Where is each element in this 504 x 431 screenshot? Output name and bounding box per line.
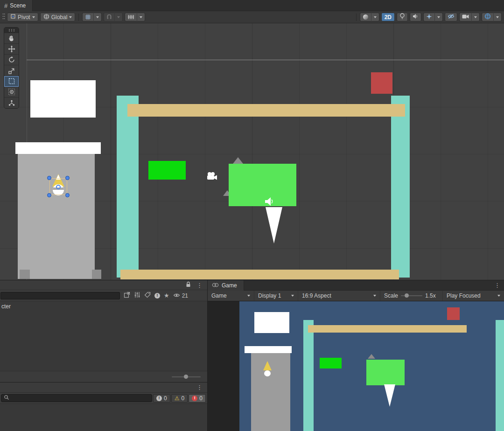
game-character-head <box>264 370 271 376</box>
scene-gray-spike[interactable] <box>233 157 243 164</box>
game-white-sign <box>254 312 289 333</box>
mixer-filter-icon[interactable] <box>134 292 140 299</box>
gizmos-dropdown[interactable] <box>494 13 502 21</box>
shading-mode-button[interactable] <box>360 13 371 21</box>
scale-tool[interactable] <box>4 65 19 76</box>
selection-handle[interactable] <box>47 176 51 180</box>
game-view-menu-icon[interactable]: ⋮ <box>494 282 504 288</box>
grid-line <box>299 23 300 280</box>
game-tab-label: Game <box>222 282 237 289</box>
scene-lighting-toggle[interactable] <box>397 13 408 21</box>
aspect-ratio-dropdown[interactable]: 16:9 Aspect <box>298 291 380 301</box>
tool-settings-grip-icon[interactable] <box>2 13 5 21</box>
move-tool[interactable] <box>4 44 19 55</box>
scene-camera-settings-button[interactable] <box>459 13 472 21</box>
snap-increment-button[interactable] <box>125 13 137 21</box>
selection-handle[interactable] <box>47 193 51 197</box>
chevron-down-icon <box>69 16 72 18</box>
selection-handle[interactable] <box>65 176 70 180</box>
info-count: 0 <box>164 395 167 402</box>
custom-tool[interactable] <box>4 97 19 108</box>
global-dropdown[interactable]: Global <box>40 13 76 21</box>
item-row[interactable]: cter <box>0 301 207 311</box>
snap-toggle-button[interactable] <box>104 13 115 21</box>
scene-visibility-toggle[interactable] <box>445 13 457 21</box>
scene-character-sprite[interactable] <box>49 178 67 195</box>
play-focused-dropdown[interactable]: Play Focused <box>443 291 504 301</box>
scene-camera-dropdown[interactable] <box>472 13 480 21</box>
console-search-input[interactable] <box>11 396 149 401</box>
scale-slider[interactable] <box>401 295 422 296</box>
game-view-dropdown-label: Game <box>211 292 227 299</box>
lock-icon[interactable] <box>186 281 191 289</box>
2d-label: 2D <box>385 14 392 21</box>
console-menu-icon[interactable]: ⋮ <box>196 384 203 390</box>
info-count-button[interactable]: ! 0 <box>153 394 170 403</box>
scene-platform-cap[interactable] <box>15 142 101 154</box>
scene-white-sign[interactable] <box>30 80 96 118</box>
2d-mode-toggle[interactable]: 2D <box>381 13 395 21</box>
scene-white-cone[interactable] <box>266 207 282 243</box>
left-panel-header: ⋮ <box>0 280 207 290</box>
alert-icon[interactable]: ! <box>154 293 160 299</box>
gizmo-globe-icon <box>484 13 491 21</box>
pivot-dropdown[interactable]: Pivot <box>7 13 38 21</box>
console-content[interactable] <box>0 404 207 431</box>
camera-gizmo-icon[interactable] <box>206 172 218 182</box>
transform-tool[interactable] <box>4 87 19 97</box>
tab-scene[interactable]: # Scene <box>0 0 33 11</box>
scene-audio-toggle[interactable] <box>410 13 421 21</box>
scene-teal-pillar-right[interactable] <box>391 96 410 278</box>
game-view-dropdown[interactable]: Game <box>208 291 254 301</box>
overlay-grip-handle[interactable] <box>4 28 19 33</box>
scene-effects-dropdown[interactable] <box>435 13 443 21</box>
left-search-field[interactable] <box>0 292 120 299</box>
scene-green-box-large[interactable] <box>229 164 296 206</box>
game-green-box-small <box>320 358 342 368</box>
chevron-down-icon <box>291 295 294 297</box>
grid-line <box>441 23 441 280</box>
scale-label: Scale <box>384 292 398 299</box>
error-count-button[interactable]: ! 0 <box>189 394 206 403</box>
audio-gizmo-icon[interactable] <box>264 197 274 208</box>
snap-increment-dropdown[interactable] <box>137 13 145 21</box>
snap-dropdown[interactable] <box>115 13 123 21</box>
visibility-eye-group[interactable]: 21 <box>173 292 188 299</box>
error-icon: ! <box>192 396 197 401</box>
slider-thumb[interactable] <box>184 375 188 379</box>
scene-view[interactable] <box>0 23 504 280</box>
pivot-handle[interactable] <box>56 185 61 189</box>
rotate-tool[interactable] <box>4 55 19 65</box>
scene-gray-pillar[interactable] <box>18 154 95 279</box>
scene-red-box[interactable] <box>371 72 392 94</box>
panel-menu-icon[interactable]: ⋮ <box>196 282 203 288</box>
game-teal-pillar-right <box>496 320 504 431</box>
selection-handle[interactable] <box>65 193 70 197</box>
game-viewport[interactable] <box>239 301 504 431</box>
grid-visibility-dropdown[interactable] <box>94 13 102 21</box>
display-dropdown[interactable]: Display 1 <box>254 291 298 301</box>
grid-line <box>252 23 252 280</box>
tag-icon[interactable] <box>144 292 151 299</box>
tab-game[interactable]: Game <box>208 280 244 291</box>
grid-visibility-button[interactable] <box>82 13 94 21</box>
left-panel-content[interactable] <box>0 311 207 371</box>
game-gray-spike <box>368 354 375 359</box>
rect-tool[interactable] <box>4 76 19 87</box>
scene-beam-top[interactable] <box>127 104 405 117</box>
gizmos-toggle[interactable] <box>482 13 494 21</box>
scene-teal-pillar-left[interactable] <box>117 96 139 278</box>
console-search-box[interactable] <box>1 394 152 402</box>
scene-tab-icon: # <box>4 2 7 9</box>
favorite-star-icon[interactable]: ★ <box>164 292 169 299</box>
open-external-icon[interactable] <box>124 292 130 299</box>
scene-beam-bottom[interactable] <box>120 270 399 279</box>
thumbnail-size-slider[interactable] <box>172 376 201 377</box>
view-hand-tool[interactable] <box>4 33 19 44</box>
warning-count-button[interactable]: ⚠ 0 <box>171 394 188 403</box>
scale-slider-thumb[interactable] <box>405 293 409 298</box>
chevron-down-icon <box>247 295 250 297</box>
scene-green-box-small[interactable] <box>148 161 186 180</box>
scene-effects-toggle[interactable] <box>423 13 435 21</box>
shading-mode-dropdown[interactable] <box>371 13 379 21</box>
